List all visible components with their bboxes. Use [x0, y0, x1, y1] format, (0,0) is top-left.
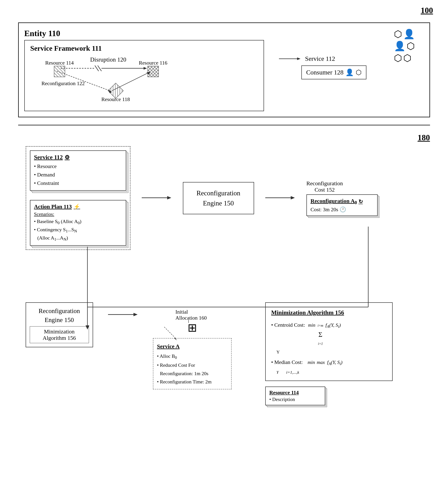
inputs-dashed-box: Service 112 ⚙ • Resource • Demand • Cons…	[26, 146, 130, 250]
disruption-label: Disruption 120	[90, 56, 126, 63]
right-service-area: Service 112 Consumer 128 👤 ⬡	[279, 55, 366, 79]
centroid-y: Y	[277, 348, 387, 356]
engine-left-title: ReconfigurationEngine 150	[30, 306, 89, 324]
svg-marker-12	[167, 196, 171, 200]
page-front: Service 112 ⚙ • Resource • Demand • Cons…	[30, 150, 126, 191]
engine-left-sub: MinimizationAlgorithm 156	[30, 326, 89, 343]
svg-marker-10	[297, 57, 300, 60]
r114-front: Resource 114 • Description	[265, 386, 325, 405]
diagram-number-bottom: 180	[18, 133, 430, 142]
median-bullet: • Median Cost:	[271, 358, 303, 367]
icons-top-right: ⬡ 👤 👤 ⬡ ⬡ ⬡	[394, 29, 424, 63]
resource116-block: Resource 116	[139, 60, 167, 77]
consumer-area: Consumer 128 👤 ⬡	[301, 66, 366, 79]
person-icon1: 👤	[403, 29, 415, 40]
cube-icon3: ⬡	[394, 53, 402, 63]
service-framework-box: Service Framework 111 Resource 114 Disru…	[24, 40, 264, 111]
cube-icon2: ⬡	[407, 41, 415, 52]
resource116-label: Resource 116	[139, 60, 167, 66]
arrow-to-engine	[142, 193, 172, 203]
consumer-box: Consumer 128 👤 ⬡	[301, 66, 366, 79]
reconfiguration-block: Reconfiguration 122	[41, 80, 85, 86]
action-plan-pages: Action Plan 113 ⚡ Scenarios: • Baseline …	[30, 200, 126, 246]
svg-marker-14	[291, 196, 295, 200]
resource114-desc: • Description	[269, 397, 321, 402]
alloc-area: Initial Allocation 160 ⊞ Service A	[153, 308, 231, 389]
gear-icon: ⚙	[65, 154, 70, 160]
page-front-action: Action Plan 113 ⚡ Scenarios: • Baseline …	[30, 200, 126, 246]
action-plan-items: Scenarios: • Baseline S0 (Alloc A0) • Co…	[34, 211, 122, 242]
engine-label: ReconfigurationEngine 150	[191, 188, 246, 208]
output-front: Reconfiguration A0 ↻ Cost: 3m 20s 🕐	[306, 194, 378, 216]
service112-area: Service 112	[279, 55, 335, 62]
diagram1: ⬡ 👤 👤 ⬡ ⬡ ⬡ Entity 110 Service Framework…	[18, 22, 430, 117]
action-plan-title: Action Plan 113 ⚡	[34, 203, 122, 210]
consumer-cube-icon: ⬡	[356, 68, 361, 76]
allocation-table-icon: ⊞	[188, 321, 197, 334]
resource114-label: Resource 114	[45, 60, 74, 66]
person-icon2: 👤	[394, 41, 406, 52]
centroid-bullet: • Centroid Cost:	[271, 320, 305, 330]
engine-left-box: ReconfigurationEngine 150 MinimizationAl…	[26, 302, 93, 347]
cube-icon1: ⬡	[394, 29, 402, 40]
service-a-title: Service A	[157, 341, 227, 351]
consumer-label: Consumer 128	[306, 69, 344, 76]
sf-label: Service Framework 111	[30, 44, 258, 52]
entity-label: Entity 110	[24, 29, 424, 38]
median-formula-line: • Median Cost: min max fA(Y, Si)	[271, 358, 387, 367]
service-a-box: Service A • Alloc B0 • Reduced Cost For …	[153, 338, 231, 389]
resource114-icon	[54, 66, 65, 77]
service112-label: Service 112	[305, 55, 335, 62]
resource-114-stack: Resource 114 • Description	[265, 386, 325, 405]
svg-line-1	[95, 66, 98, 71]
svg-text:Initial: Initial	[176, 309, 188, 315]
output-area: ReconfigurationCost 152 Reconfiguration …	[306, 180, 378, 216]
svg-marker-21	[134, 313, 138, 316]
resource114-block: Resource 114	[45, 60, 74, 77]
svg-line-2	[98, 66, 101, 71]
reconfig-a0-cost: Cost: 3m 20s 🕐	[311, 206, 373, 213]
service112-pages: Service 112 ⚙ • Resource • Demand • Cons…	[30, 150, 126, 191]
resource116-icon	[148, 66, 159, 77]
arrow-to-output	[265, 193, 295, 203]
lightning-icon: ⚡	[74, 204, 80, 210]
alloc-label-area: Initial Allocation 160	[174, 308, 211, 323]
d2-bottom-row: ReconfigurationEngine 150 MinimizationAl…	[18, 302, 430, 405]
to-output-svg	[265, 193, 295, 202]
d2-top-row: Service 112 ⚙ • Resource • Demand • Cons…	[18, 146, 430, 250]
min-algo-title: Minimization Algorithm 156	[271, 307, 387, 318]
resource-area: Resource 114 Disruption 120 Resource 116…	[30, 56, 258, 105]
reconfiguration-label: Reconfiguration 122	[41, 80, 85, 86]
reconfiguration-engine-box: ReconfigurationEngine 150	[183, 182, 254, 214]
to-alloc-svg	[108, 310, 138, 319]
service112-items: • Resource • Demand • Constraint	[34, 162, 122, 187]
service-a-items: • Alloc B0 • Reduced Cost For Reconfigur…	[157, 352, 227, 386]
refresh-icon: ↻	[359, 199, 363, 205]
reconfig-a0-title: Reconfiguration A0 ↻	[311, 198, 373, 205]
to-engine-svg	[142, 193, 172, 202]
reconfig-output-stack: Reconfiguration A0 ↻ Cost: 3m 20s 🕐	[306, 194, 378, 216]
diagram-number-top: 100	[421, 6, 433, 15]
consumer-person-icon: 👤	[346, 68, 354, 76]
svg-line-25	[164, 327, 176, 338]
min-algo-area: Minimization Algorithm 156 • Centroid Co…	[265, 302, 393, 405]
resource118-block: Resource 118	[102, 85, 130, 102]
service112-title: Service 112 ⚙	[34, 154, 122, 161]
separator	[18, 125, 430, 125]
svg-text:Allocation 160: Allocation 160	[176, 315, 207, 321]
service-arrow	[279, 55, 301, 62]
min-algo-box: Minimization Algorithm 156 • Centroid Co…	[265, 302, 393, 381]
clock-icon: 🕐	[339, 206, 346, 213]
reconfig-cost-label: ReconfigurationCost 152	[306, 180, 343, 193]
alloc-annotation-svg: Initial Allocation 160	[174, 308, 211, 323]
cube-icon4: ⬡	[403, 53, 412, 63]
arrow-to-alloc	[108, 310, 138, 320]
resource114-title: Resource 114	[269, 390, 321, 396]
centroid-formula-line: • Centroid Cost: min i=m Σ i=1 fA(Y, Si)	[271, 320, 387, 347]
service-a-area: Service A • Alloc B0 • Reduced Cost For …	[153, 338, 231, 389]
diagram2: Service 112 ⚙ • Resource • Demand • Cons…	[18, 146, 430, 408]
median-labels: Y i=1,...,k	[277, 369, 387, 376]
